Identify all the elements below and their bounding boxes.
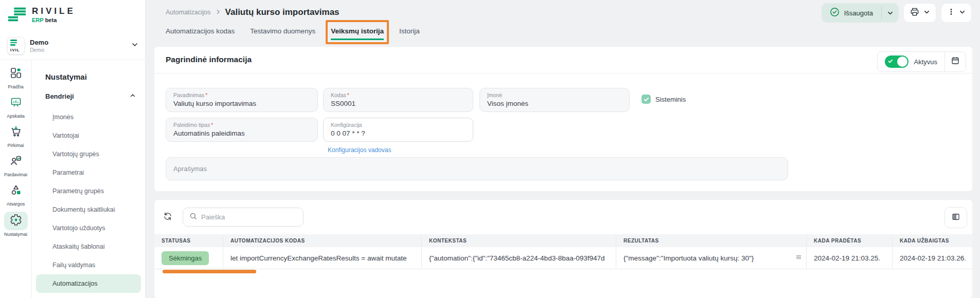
cell-finished-at: 2024-02-19 21:03.26.: [893, 247, 972, 269]
icon-rail: Pradžia Apskaita: [0, 60, 32, 298]
printer-icon: [910, 7, 920, 19]
kebab-menu-icon: [947, 8, 955, 18]
columns-icon: [951, 212, 960, 224]
saved-button[interactable]: Išsaugota: [822, 3, 899, 23]
sidebar-item-dokumentu-skaitliukai[interactable]: Dokumentų skaitliukai: [32, 200, 145, 219]
column-settings-button[interactable]: [945, 207, 967, 228]
refresh-icon: [163, 212, 172, 223]
search-box: [183, 208, 304, 227]
app-logo: RIVILE ERPbeta: [7, 6, 76, 25]
code-field-value: SS0001: [331, 100, 466, 107]
configuration-guide-link[interactable]: Konfiguracijos vadovas: [328, 146, 391, 154]
description-field-label: Aprašymas: [173, 165, 207, 173]
breadcrumb: Automatizacijos Valiutų kurso importavim…: [166, 7, 340, 17]
workspace-subtitle: Demo: [30, 47, 131, 53]
chevron-up-icon: [130, 91, 136, 101]
launch-type-field[interactable]: Paleidimo tipas* Automatinis paleidimas: [166, 118, 318, 142]
chevron-down-icon[interactable]: [131, 41, 138, 50]
active-toggle-box: Aktyvus: [877, 51, 966, 72]
required-asterisk: *: [205, 92, 207, 98]
search-icon: [189, 212, 197, 222]
sidebar-item-vartotoju-grupes[interactable]: Vartotojų grupės: [32, 145, 145, 163]
table-header-row: STATUSAS AUTOMATIZACIJOS KODAS KONTEKSTA…: [154, 234, 972, 247]
table-row[interactable]: Sėkmingas let importCurrencyExchangeRate…: [154, 247, 972, 269]
column-header-rezultatas: REZULTATAS: [616, 234, 807, 247]
status-badge: Sėkmingas: [162, 251, 209, 265]
cell-result: {"message":"Importuota valiutų kursų: 30…: [616, 247, 807, 269]
breadcrumb-parent-link[interactable]: Automatizacijos: [166, 9, 211, 16]
tab-bar: Automatizacijos kodas Testavimo duomenys…: [166, 25, 420, 40]
configuration-field-value: 0 0 07 * * ?: [331, 129, 466, 137]
sidebar-item-automatizacijos[interactable]: Automatizacijos: [36, 274, 141, 293]
brand-erp-label: ERP: [32, 17, 44, 23]
purchases-cart-icon: [10, 125, 22, 140]
check-circle-icon: [830, 7, 840, 19]
table-toolbar: [154, 200, 972, 234]
settings-gear-icon: [10, 214, 22, 228]
workspace-name: Demo: [30, 39, 131, 46]
rail-item-pradzia[interactable]: Pradžia: [0, 65, 32, 95]
annotation-underline-status: [163, 270, 256, 273]
active-toggle[interactable]: Aktyvus: [878, 55, 945, 68]
company-field[interactable]: Įmonė Visos įmonės: [479, 88, 630, 112]
tab-veiksmu-istorija[interactable]: Veiksmų istorija: [331, 27, 384, 40]
main-content: Automatizacijos Valiutų kurso importavim…: [146, 0, 980, 298]
sidebar: RIVILE ERPbeta IVIL Demo Demo: [0, 0, 146, 298]
sidebar-item-vartotojai[interactable]: Vartotojai: [32, 126, 145, 145]
tab-testavimo-duomenys[interactable]: Testavimo duomenys: [250, 27, 315, 40]
sidebar-item-vartotojo-uzduotys[interactable]: Vartotojo užduotys: [32, 219, 145, 237]
saved-button-label: Išsaugota: [844, 9, 873, 17]
column-header-automatizacijos-kodas: AUTOMATIZACIJOS KODAS: [223, 234, 422, 247]
active-toggle-label: Aktyvus: [914, 58, 937, 66]
refresh-button[interactable]: [161, 210, 175, 225]
system-checkbox-label: Sisteminis: [655, 96, 686, 103]
brand-beta-label: beta: [45, 17, 57, 23]
rail-item-pirkimai[interactable]: Pirkimai: [0, 124, 32, 153]
checkbox-checked-icon[interactable]: [642, 95, 651, 104]
name-field[interactable]: Pavadinimas* Valiutų kurso importavimas: [166, 88, 318, 112]
configuration-field[interactable]: Konfigūracija 0 0 07 * * ?: [323, 118, 473, 142]
action-history-card: STATUSAS AUTOMATIZACIJOS KODAS KONTEKSTA…: [154, 200, 972, 298]
sidebar-item-failu-valdymas[interactable]: Failų valdymas: [32, 256, 145, 274]
page-title: Valiutų kurso importavimas: [225, 7, 340, 17]
workspace-avatar: IVIL: [7, 37, 25, 54]
sidebar-item-imones[interactable]: Įmonės: [32, 108, 145, 126]
rail-item-atsargos[interactable]: Atsargos: [0, 182, 32, 212]
system-checkbox[interactable]: Sisteminis: [642, 95, 686, 104]
rivile-logo-icon: [7, 6, 27, 25]
header-actions: Išsaugota: [822, 3, 972, 23]
chevron-right-icon: [215, 8, 221, 17]
required-asterisk: *: [347, 92, 349, 98]
search-input[interactable]: [201, 213, 297, 221]
sidebar-item-parametru-grupes[interactable]: Parametrų grupės: [32, 182, 145, 200]
cell-context: {"automation":{"id":"73465cb8-a224-4bd3-…: [422, 247, 616, 269]
divider: [154, 73, 972, 73]
workspace-selector[interactable]: IVIL Demo Demo: [0, 34, 146, 58]
rail-item-nustatymai[interactable]: Nustatymai: [0, 212, 32, 241]
column-header-kontekstas: KONTEKSTAS: [422, 234, 616, 247]
schedule-calendar-button[interactable]: [945, 52, 966, 71]
inventory-shapes-icon: [10, 184, 22, 198]
company-field-value: Visos įmonės: [487, 100, 622, 107]
column-header-kada-uzbaigtas: KADA UŽBAIGTAS: [893, 234, 972, 247]
sidebar-item-ataskaitu-sablonai[interactable]: Ataskaitų šablonai: [32, 237, 145, 256]
tab-istorija[interactable]: Istorija: [399, 27, 420, 40]
menu-group-bendrieji[interactable]: Bendrieji: [32, 81, 145, 101]
sidebar-item-parametrai[interactable]: Parametrai: [32, 163, 145, 182]
saved-dropdown-toggle[interactable]: [882, 3, 899, 23]
print-button[interactable]: [903, 3, 936, 23]
tab-automatizacijos-kodas[interactable]: Automatizacijos kodas: [166, 27, 235, 40]
more-options-button[interactable]: [941, 3, 972, 23]
chevron-down-icon: [923, 8, 930, 17]
cell-automation-code: let importCurrencyExchangeRatesResults =…: [223, 247, 422, 269]
sidebar-menu: Nustatymai Bendrieji Įmonės Vartotojai V…: [32, 60, 145, 298]
main-info-card: Pagrindinė informacija Aktyvus: [154, 47, 972, 191]
toggle-switch[interactable]: [885, 55, 908, 68]
cell-expand-icon[interactable]: [795, 254, 802, 262]
description-field[interactable]: Aprašymas: [166, 157, 788, 180]
column-header-statusas: STATUSAS: [154, 234, 223, 247]
rail-item-pardavimai[interactable]: Pardavimai: [0, 153, 32, 182]
card-title: Pagrindinė informacija: [166, 55, 252, 64]
rail-item-apskaita[interactable]: Apskaita: [0, 95, 32, 124]
code-field[interactable]: Kodas* SS0001: [323, 88, 473, 112]
